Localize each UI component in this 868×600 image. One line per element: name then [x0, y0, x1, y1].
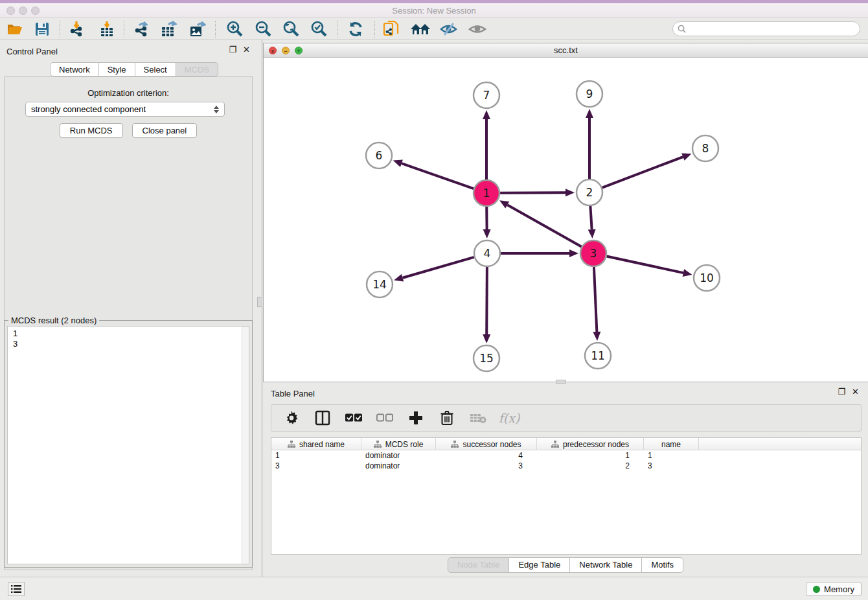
vertical-splitter[interactable]	[262, 40, 262, 577]
graph-edge[interactable]	[403, 257, 474, 278]
function-builder-button[interactable]: f(x)	[501, 410, 518, 426]
export-table-button[interactable]	[158, 20, 180, 38]
column-header-successor-nodes[interactable]: successor nodes	[436, 438, 537, 450]
search-input[interactable]	[689, 23, 860, 35]
cell-shared-name[interactable]: 1	[271, 450, 361, 461]
open-session-button[interactable]	[4, 20, 26, 38]
cell-predecessor-nodes[interactable]: 1	[537, 450, 644, 461]
cell-mcds-role[interactable]: dominator	[361, 461, 436, 471]
splitter-handle[interactable]	[556, 380, 566, 384]
graph-edge[interactable]	[602, 157, 683, 187]
edge-arrow-icon	[483, 229, 491, 238]
cell-mcds-role[interactable]: dominator	[361, 450, 436, 461]
export-image-button[interactable]	[187, 20, 209, 38]
hide-eye-icon	[440, 21, 458, 37]
graph-node-label: 15	[479, 352, 494, 365]
tab-style[interactable]: Style	[99, 62, 135, 76]
tab-edge-table[interactable]: Edge Table	[509, 557, 570, 573]
table-options-button[interactable]	[283, 410, 300, 426]
memory-label: Memory	[824, 584, 854, 594]
select-all-button[interactable]	[345, 410, 362, 426]
tab-network-table[interactable]: Network Table	[570, 557, 642, 573]
float-panel-icon[interactable]: ❐	[838, 387, 845, 397]
export-table-icon	[161, 21, 177, 38]
graph-edge[interactable]	[607, 256, 683, 273]
import-network-button[interactable]	[65, 20, 87, 38]
export-network-button[interactable]	[130, 20, 152, 38]
tab-mcds[interactable]: MCDS	[176, 62, 218, 76]
result-line: 1	[13, 329, 249, 339]
table-row[interactable]: 1 dominator 4 1 1	[271, 450, 861, 461]
deselect-all-button[interactable]	[376, 410, 393, 426]
cell-name[interactable]: 3	[644, 461, 699, 471]
task-history-button[interactable]	[8, 582, 25, 596]
save-session-button[interactable]	[31, 20, 53, 38]
cell-predecessor-nodes[interactable]: 2	[537, 461, 644, 471]
mcds-result-list[interactable]: 1 3	[7, 326, 249, 564]
column-header-predecessor-nodes[interactable]: predecessor nodes	[537, 438, 644, 450]
toolbar-separator	[215, 21, 216, 38]
delete-column-button[interactable]	[439, 410, 455, 426]
splitter-handle[interactable]	[257, 297, 262, 307]
zoom-in-button[interactable]	[223, 20, 246, 38]
float-panel-icon[interactable]: ❐	[229, 45, 236, 54]
import-network-icon	[68, 21, 85, 38]
zoom-selected-button[interactable]	[308, 20, 330, 38]
hierarchy-icon	[551, 441, 559, 448]
column-header-shared-name[interactable]: shared name	[271, 438, 361, 450]
search-icon	[678, 25, 686, 33]
search-field[interactable]	[672, 21, 860, 36]
refresh-icon	[347, 21, 364, 38]
toolbar-separator	[124, 21, 124, 38]
toolbar-separator	[337, 21, 337, 38]
network-canvas[interactable]: 7968124314101511	[264, 58, 868, 382]
graph-edge[interactable]	[590, 206, 591, 229]
table-row[interactable]: 3 dominator 3 2 3	[271, 461, 861, 471]
show-hide-columns-button[interactable]	[314, 410, 331, 426]
control-panel-tabs: Network Style Select MCDS	[50, 62, 218, 76]
memory-button[interactable]: Memory	[806, 582, 862, 596]
graph-node-label: 14	[372, 278, 387, 291]
network-graph[interactable]: 7968124314101511	[264, 58, 867, 382]
tab-motifs[interactable]: Motifs	[642, 557, 683, 573]
run-mcds-button[interactable]: Run MCDS	[60, 123, 123, 138]
cell-successor-nodes[interactable]: 4	[436, 450, 537, 461]
cell-name[interactable]: 1	[644, 450, 699, 461]
result-scrollbar[interactable]	[242, 327, 249, 564]
save-icon	[35, 22, 49, 36]
cell-shared-name[interactable]: 3	[271, 461, 361, 471]
show-all-button[interactable]	[466, 20, 488, 38]
graph-edge[interactable]	[507, 205, 581, 247]
open-folder-icon	[6, 22, 23, 36]
zoom-out-button[interactable]	[252, 20, 274, 38]
tab-network[interactable]: Network	[50, 62, 99, 76]
close-panel-icon[interactable]: ✕	[852, 387, 859, 397]
tab-node-table[interactable]: Node Table	[448, 557, 510, 573]
import-table-button[interactable]	[96, 20, 118, 38]
cell-successor-nodes[interactable]: 3	[436, 461, 537, 471]
optimization-criterion-select[interactable]: strongly connected component	[25, 102, 225, 117]
column-header-name[interactable]: name	[644, 438, 699, 450]
delete-table-button[interactable]	[470, 410, 486, 426]
network-window-titlebar[interactable]: x – + scc.txt	[264, 43, 868, 58]
list-icon	[11, 584, 21, 594]
graph-edge[interactable]	[500, 192, 565, 193]
add-column-button[interactable]	[407, 410, 424, 426]
hide-selected-button[interactable]	[438, 20, 460, 38]
edge-arrow-icon	[569, 249, 578, 257]
control-panel: Control Panel ❐ ✕ Network Style Select M…	[0, 40, 257, 577]
close-panel-button[interactable]: Close panel	[132, 123, 198, 138]
graph-edge[interactable]	[486, 267, 487, 334]
clone-network-button[interactable]	[381, 20, 403, 38]
refresh-button[interactable]	[345, 20, 367, 38]
graph-edge[interactable]	[402, 163, 474, 189]
graph-node-label: 8	[702, 142, 709, 155]
tab-select[interactable]: Select	[135, 62, 176, 76]
toolbar-separator	[374, 21, 375, 38]
graph-node-label: 6	[376, 149, 383, 162]
close-panel-icon[interactable]: ✕	[243, 45, 250, 54]
graph-edge[interactable]	[594, 267, 597, 332]
home-neighbors-button[interactable]	[409, 20, 431, 38]
column-header-mcds-role[interactable]: MCDS role	[361, 438, 436, 450]
zoom-fit-button[interactable]	[280, 20, 302, 38]
